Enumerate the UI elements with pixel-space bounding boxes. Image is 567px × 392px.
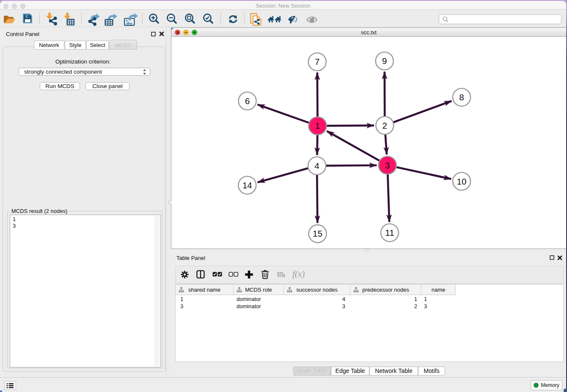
svg-text:10: 10 — [457, 177, 467, 186]
svg-text:7: 7 — [315, 57, 319, 66]
svg-text:9: 9 — [382, 56, 387, 66]
svg-text:4: 4 — [314, 161, 319, 171]
svg-text:11: 11 — [385, 228, 394, 237]
svg-text:2: 2 — [383, 121, 387, 130]
svg-text:1: 1 — [315, 121, 320, 130]
svg-text:15: 15 — [313, 229, 322, 238]
svg-text:8: 8 — [459, 92, 464, 102]
svg-text:14: 14 — [242, 180, 252, 190]
svg-text:6: 6 — [245, 96, 250, 106]
svg-text:3: 3 — [385, 160, 390, 170]
